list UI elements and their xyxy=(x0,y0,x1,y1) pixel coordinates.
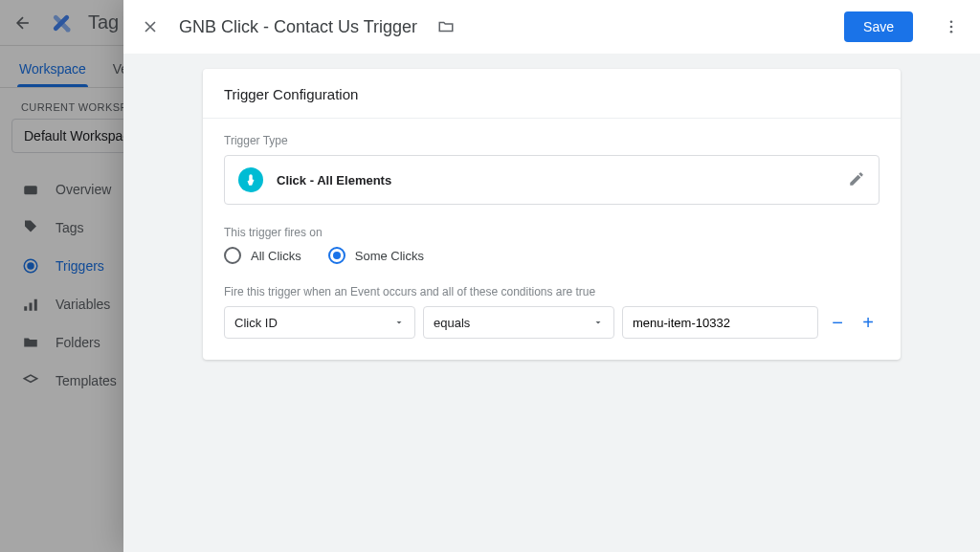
click-trigger-icon xyxy=(238,167,263,192)
condition-operator-select[interactable]: equals xyxy=(423,306,614,339)
close-icon[interactable] xyxy=(137,13,164,40)
trigger-type-label: Trigger Type xyxy=(224,134,880,147)
trigger-type-selector[interactable]: Click - All Elements xyxy=(224,155,880,205)
svg-point-11 xyxy=(950,31,953,33)
modal-body: Trigger Configuration Trigger Type Click… xyxy=(123,54,980,552)
svg-point-10 xyxy=(950,26,953,29)
more-icon[interactable] xyxy=(936,11,967,42)
radio-some-label: Some Clicks xyxy=(355,249,424,263)
radio-icon xyxy=(328,247,345,264)
svg-point-9 xyxy=(950,20,953,23)
edit-icon[interactable] xyxy=(848,170,865,190)
fires-on-radios: All Clicks Some Clicks xyxy=(224,247,880,264)
condition-variable-select[interactable]: Click ID xyxy=(224,306,415,339)
chevron-down-icon xyxy=(592,317,604,328)
radio-all-clicks[interactable]: All Clicks xyxy=(224,247,301,264)
condition-value-input[interactable] xyxy=(622,306,818,339)
condition-variable-value: Click ID xyxy=(234,316,278,330)
condition-label: Fire this trigger when an Event occurs a… xyxy=(224,285,880,298)
card-title: Trigger Configuration xyxy=(203,86,901,119)
fires-on-label: This trigger fires on xyxy=(224,226,880,239)
chevron-down-icon xyxy=(393,317,405,328)
add-condition-button[interactable]: + xyxy=(857,309,880,336)
folder-icon[interactable] xyxy=(436,17,456,36)
trigger-config-card: Trigger Configuration Trigger Type Click… xyxy=(203,69,901,360)
radio-some-clicks[interactable]: Some Clicks xyxy=(328,247,424,264)
trigger-editor-modal: GNB Click - Contact Us Trigger Save Trig… xyxy=(123,0,980,552)
modal-header: GNB Click - Contact Us Trigger Save xyxy=(123,0,980,54)
trigger-type-value: Click - All Elements xyxy=(277,173,835,188)
radio-icon xyxy=(224,247,241,264)
modal-title: GNB Click - Contact Us Trigger xyxy=(179,17,417,37)
remove-condition-button[interactable]: − xyxy=(826,309,849,336)
save-button[interactable]: Save xyxy=(844,11,913,42)
condition-row: Click ID equals − + xyxy=(224,306,880,339)
condition-operator-value: equals xyxy=(434,316,470,330)
radio-all-label: All Clicks xyxy=(251,249,301,263)
